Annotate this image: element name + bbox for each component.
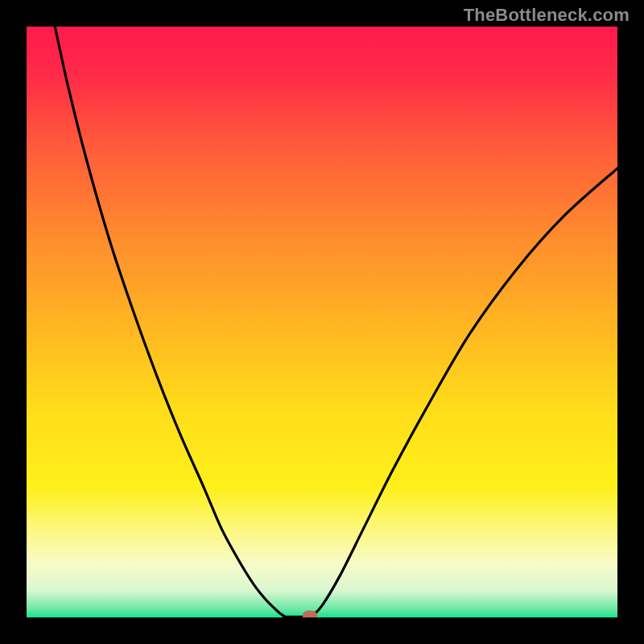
plot-area — [27, 27, 617, 617]
watermark-text: TheBottleneck.com — [464, 5, 630, 26]
bottleneck-curve — [55, 27, 617, 617]
curve-layer — [27, 27, 617, 617]
optimum-marker — [303, 610, 317, 617]
chart-frame: TheBottleneck.com — [0, 0, 644, 644]
